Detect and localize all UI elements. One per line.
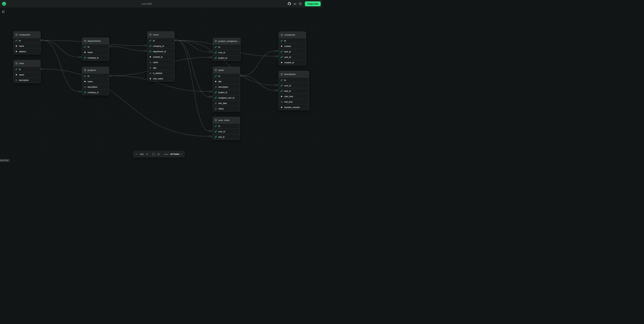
table-header[interactable]: companies bbox=[14, 32, 40, 38]
table-row[interactable]: id bbox=[279, 78, 309, 83]
field-name: content bbox=[284, 45, 291, 48]
table-header[interactable]: comments bbox=[279, 32, 306, 38]
fields-filter-dropdown[interactable]: All Fields bbox=[170, 153, 182, 156]
table-row[interactable]: user_id bbox=[213, 129, 240, 134]
table-row[interactable]: is_deleted bbox=[148, 70, 174, 76]
field-name: name bbox=[19, 45, 24, 47]
table-node-users[interactable]: usersidcompany_iddepartment_idcreated_at… bbox=[147, 31, 174, 81]
table-row[interactable]: created_at bbox=[279, 60, 306, 65]
table-header[interactable]: roles bbox=[14, 60, 40, 67]
table-header[interactable]: project_assignme... bbox=[213, 38, 240, 45]
zoom-out-button[interactable] bbox=[135, 152, 138, 156]
table-header[interactable]: users bbox=[148, 32, 174, 38]
table-row[interactable]: task_id bbox=[279, 88, 309, 94]
field-name: task_id bbox=[284, 51, 291, 53]
table-row[interactable]: assigned_user_id bbox=[213, 95, 240, 100]
table-row[interactable]: department_id bbox=[148, 49, 174, 54]
table-row[interactable]: task_id bbox=[279, 49, 306, 54]
table-row[interactable]: description bbox=[14, 77, 40, 83]
table-icon bbox=[215, 119, 217, 121]
table-row[interactable]: age bbox=[148, 65, 174, 70]
table-header[interactable]: departments bbox=[82, 38, 109, 44]
table-row[interactable]: name bbox=[82, 79, 109, 84]
table-row[interactable]: address bbox=[14, 49, 40, 54]
table-node-user_roles[interactable]: user_rolesiduser_idrole_id bbox=[213, 117, 240, 140]
fit-view-icon[interactable] bbox=[152, 152, 155, 156]
table-node-comments[interactable]: commentsidcontenttask_iduser_idcreated_a… bbox=[279, 32, 306, 65]
table-name: comments bbox=[284, 34, 295, 36]
help-icon[interactable] bbox=[299, 2, 302, 5]
table-row[interactable]: description bbox=[82, 84, 109, 90]
table-row[interactable]: name bbox=[148, 60, 174, 65]
table-row[interactable]: due_date bbox=[213, 100, 240, 106]
table-node-projects[interactable]: projectsidnamedescriptioncompany_id bbox=[82, 67, 109, 95]
table-row[interactable]: id bbox=[82, 44, 109, 50]
table-row[interactable]: end_time bbox=[279, 99, 309, 104]
copy-link-button[interactable]: Copy Link bbox=[305, 1, 321, 6]
table-row[interactable]: role_id bbox=[213, 134, 240, 140]
react-flow-attribution[interactable]: React Flow bbox=[0, 159, 10, 162]
table-row[interactable]: user_name bbox=[148, 76, 174, 81]
table-row[interactable]: company_id bbox=[82, 90, 109, 95]
key-icon bbox=[280, 79, 283, 81]
table-row[interactable]: id bbox=[82, 73, 109, 79]
table-row[interactable]: status bbox=[213, 106, 240, 111]
table-row[interactable]: user_id bbox=[279, 83, 309, 88]
table-row[interactable]: title bbox=[213, 79, 240, 84]
key-icon bbox=[280, 40, 283, 42]
field-name: user_id bbox=[218, 130, 225, 133]
table-header[interactable]: timesheets bbox=[279, 71, 309, 78]
table-row[interactable]: name bbox=[14, 72, 40, 77]
megaphone-icon[interactable] bbox=[293, 2, 296, 5]
zoom-in-button[interactable] bbox=[146, 152, 149, 156]
tidy-up-icon[interactable] bbox=[157, 152, 160, 156]
table-row[interactable]: project_id bbox=[213, 55, 240, 61]
table-name: timesheets bbox=[284, 73, 296, 75]
table-row[interactable]: created_at bbox=[148, 54, 174, 60]
table-row[interactable]: project_id bbox=[213, 90, 240, 95]
table-row[interactable]: description bbox=[213, 84, 240, 90]
table-node-timesheets[interactable]: timesheetsiduser_idtask_idstart_timeend_… bbox=[279, 71, 309, 110]
table-name: users bbox=[153, 34, 159, 36]
table-row[interactable]: id bbox=[148, 38, 174, 43]
table-row[interactable]: user_id bbox=[213, 50, 240, 55]
outline-diamond-icon bbox=[214, 108, 217, 110]
key-icon bbox=[214, 46, 217, 48]
table-row[interactable]: company_id bbox=[82, 55, 109, 60]
table-row[interactable]: id bbox=[279, 38, 306, 43]
table-row[interactable]: id bbox=[213, 123, 240, 129]
filled-diamond-icon bbox=[280, 106, 283, 108]
table-icon bbox=[281, 34, 283, 36]
table-node-roles[interactable]: rolesidnamedescription bbox=[14, 60, 40, 83]
table-header[interactable]: tasks bbox=[213, 67, 240, 73]
table-icon bbox=[84, 69, 86, 71]
filled-diamond-icon bbox=[280, 61, 283, 64]
table-header[interactable]: user_roles bbox=[213, 117, 240, 123]
table-row[interactable]: content bbox=[279, 43, 306, 49]
table-name: projects bbox=[88, 69, 96, 71]
table-row[interactable]: name bbox=[14, 43, 40, 49]
table-row[interactable]: name bbox=[82, 50, 109, 55]
liam-erd-app: { "header": { "title": "Liam ERD", "icon… bbox=[0, 0, 322, 162]
field-name: status bbox=[218, 108, 224, 110]
table-header[interactable]: projects bbox=[82, 67, 109, 73]
field-name: id bbox=[284, 79, 286, 81]
table-row[interactable]: id bbox=[14, 38, 40, 43]
github-icon[interactable] bbox=[288, 2, 291, 5]
table-row[interactable]: start_time bbox=[279, 94, 309, 99]
table-row[interactable]: id bbox=[213, 45, 240, 50]
table-node-project_assignments[interactable]: project_assignme...iduser_idproject_id bbox=[213, 38, 240, 61]
table-row[interactable]: user_id bbox=[279, 54, 306, 60]
liam-logo[interactable]: ℒ bbox=[2, 2, 6, 6]
table-row[interactable]: id bbox=[14, 67, 40, 72]
field-name: description bbox=[218, 86, 228, 88]
table-row[interactable]: duration_minutes bbox=[279, 104, 309, 110]
sidebar-toggle-button[interactable] bbox=[1, 10, 5, 14]
field-name: assigned_user_id bbox=[218, 97, 234, 99]
table-row[interactable]: company_id bbox=[148, 43, 174, 49]
table-node-tasks[interactable]: tasksidtitledescriptionproject_idassigne… bbox=[213, 67, 240, 111]
table-row[interactable]: id bbox=[213, 73, 240, 79]
table-node-departments[interactable]: departmentsidnamecompany_id bbox=[82, 38, 109, 61]
field-name: description bbox=[19, 79, 29, 81]
table-node-companies[interactable]: companiesidnameaddress bbox=[14, 31, 40, 54]
